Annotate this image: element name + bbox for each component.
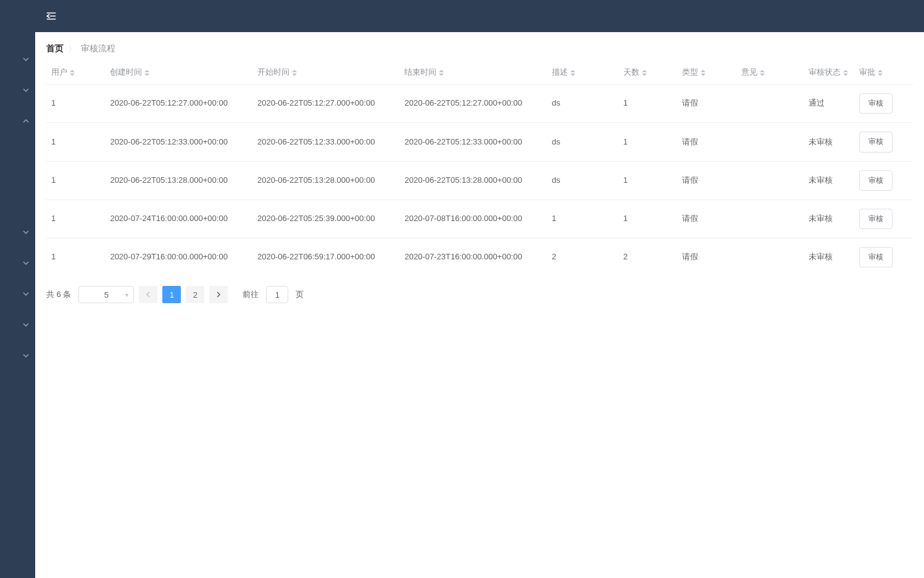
cell-status: 未审核 xyxy=(804,238,854,276)
col-create-time[interactable]: 创建时间 xyxy=(105,61,252,85)
cell-user: 1 xyxy=(46,85,105,123)
cell-opinion xyxy=(736,123,804,161)
cell-user: 1 xyxy=(46,199,105,238)
col-days[interactable]: 天数 xyxy=(618,61,677,85)
sort-icon xyxy=(439,70,444,76)
topbar xyxy=(35,0,924,32)
cell-approve: 审核 xyxy=(854,238,914,276)
sidebar-item-1[interactable] xyxy=(17,86,35,94)
cell-status: 通过 xyxy=(804,85,854,123)
breadcrumb: 首页 〉 审核流程 xyxy=(46,43,913,54)
cell-opinion xyxy=(736,85,804,123)
cell-user: 1 xyxy=(46,123,105,161)
cell-desc: ds xyxy=(547,123,618,161)
col-user[interactable]: 用户 xyxy=(46,61,105,85)
approve-button[interactable]: 审核 xyxy=(859,170,893,191)
sort-icon xyxy=(878,70,883,76)
approval-table: 用户 创建时间 开始时间 结束时间 描述 天数 类型 意见 审核状态 审批 12… xyxy=(46,61,913,276)
cell-days: 1 xyxy=(618,199,677,238)
sort-icon xyxy=(570,70,575,76)
cell-user: 1 xyxy=(46,161,105,199)
pager-prev-button[interactable] xyxy=(139,286,157,303)
sort-icon xyxy=(642,70,647,76)
cell-approve: 审核 xyxy=(854,161,914,199)
approve-button[interactable]: 审核 xyxy=(859,209,893,229)
cell-opinion xyxy=(736,238,804,276)
col-type[interactable]: 类型 xyxy=(677,61,736,85)
sort-icon xyxy=(760,70,765,76)
cell-start_time: 2020-06-22T05:12:27.000+00:00 xyxy=(252,85,400,123)
col-approve[interactable]: 审批 xyxy=(854,61,914,85)
col-opinion[interactable]: 意见 xyxy=(736,61,804,85)
page-size-select[interactable]: 5 ▾ xyxy=(78,286,134,303)
collapse-sidebar-icon[interactable] xyxy=(45,10,57,22)
cell-create_time: 2020-06-22T05:12:27.000+00:00 xyxy=(105,85,252,123)
cell-create_time: 2020-06-22T05:13:28.000+00:00 xyxy=(105,161,252,199)
cell-user: 1 xyxy=(46,238,105,276)
cell-end_time: 2020-06-22T05:13:28.000+00:00 xyxy=(399,161,547,199)
pager-next-button[interactable] xyxy=(209,286,228,303)
sort-icon xyxy=(144,70,149,76)
cell-type: 请假 xyxy=(677,85,736,123)
sidebar-item-7[interactable] xyxy=(17,352,35,359)
col-end-time[interactable]: 结束时间 xyxy=(399,61,547,85)
approve-button[interactable]: 审核 xyxy=(859,247,893,267)
table-row: 12020-06-22T05:13:28.000+00:002020-06-22… xyxy=(46,161,913,199)
breadcrumb-home[interactable]: 首页 xyxy=(46,43,64,54)
approve-button[interactable]: 审核 xyxy=(859,93,893,114)
cell-status: 未审核 xyxy=(804,199,854,238)
cell-desc: 1 xyxy=(547,199,618,238)
cell-desc: ds xyxy=(547,85,618,123)
breadcrumb-current: 审核流程 xyxy=(81,43,115,54)
cell-status: 未审核 xyxy=(804,161,854,199)
cell-start_time: 2020-06-22T06:59:17.000+00:00 xyxy=(252,238,400,276)
sort-icon xyxy=(70,70,75,76)
cell-days: 1 xyxy=(618,161,677,199)
cell-end_time: 2020-07-08T16:00:00.000+00:00 xyxy=(399,199,547,238)
cell-opinion xyxy=(736,199,804,238)
cell-create_time: 2020-06-22T05:12:33.000+00:00 xyxy=(105,123,252,161)
table-row: 12020-06-22T05:12:27.000+00:002020-06-22… xyxy=(46,85,913,123)
sidebar-item-3[interactable] xyxy=(17,228,35,236)
cell-create_time: 2020-07-29T16:00:00.000+00:00 xyxy=(105,238,252,276)
cell-approve: 审核 xyxy=(854,123,914,161)
cell-status: 未审核 xyxy=(804,123,854,161)
cell-type: 请假 xyxy=(677,238,736,276)
sort-icon xyxy=(701,70,705,76)
pagination-jump-input[interactable] xyxy=(266,286,288,303)
cell-opinion xyxy=(736,161,804,199)
cell-end_time: 2020-06-22T05:12:33.000+00:00 xyxy=(399,123,547,161)
cell-days: 2 xyxy=(618,238,677,276)
pagination: 共 6 条 5 ▾ 12 前往 页 xyxy=(46,276,913,313)
cell-start_time: 2020-06-22T05:25:39.000+00:00 xyxy=(252,199,400,238)
sidebar-item-6[interactable] xyxy=(17,321,35,329)
cell-type: 请假 xyxy=(677,199,736,238)
cell-start_time: 2020-06-22T05:12:33.000+00:00 xyxy=(252,123,400,161)
page-size-value: 5 xyxy=(104,290,109,299)
pager-page-2[interactable]: 2 xyxy=(186,286,204,303)
pagination-jump-prefix: 前往 xyxy=(243,289,259,300)
approve-button[interactable]: 审核 xyxy=(859,132,893,152)
cell-approve: 审核 xyxy=(854,199,914,238)
cell-end_time: 2020-07-23T16:00:00.000+00:00 xyxy=(399,238,547,276)
sidebar-nav xyxy=(0,0,35,578)
sidebar-item-2[interactable] xyxy=(17,117,35,125)
pager-page-1[interactable]: 1 xyxy=(162,286,181,303)
sidebar-item-5[interactable] xyxy=(17,290,35,298)
col-status[interactable]: 审核状态 xyxy=(804,61,854,85)
table-row: 12020-06-22T05:12:33.000+00:002020-06-22… xyxy=(46,123,913,161)
cell-type: 请假 xyxy=(677,123,736,161)
sort-icon xyxy=(292,70,297,76)
pagination-total: 共 6 条 xyxy=(46,289,71,300)
cell-approve: 审核 xyxy=(854,85,914,123)
table-row: 12020-07-24T16:00:00.000+00:002020-06-22… xyxy=(46,199,913,238)
col-start-time[interactable]: 开始时间 xyxy=(252,61,400,85)
pagination-jump-suffix: 页 xyxy=(296,289,304,300)
table-row: 12020-07-29T16:00:00.000+00:002020-06-22… xyxy=(46,238,913,276)
sidebar-item-4[interactable] xyxy=(17,259,35,267)
col-desc[interactable]: 描述 xyxy=(547,61,618,85)
cell-days: 1 xyxy=(618,85,677,123)
cell-desc: 2 xyxy=(547,238,618,276)
main-content: 首页 〉 审核流程 xyxy=(35,32,924,313)
sidebar-item-0[interactable] xyxy=(17,56,35,63)
